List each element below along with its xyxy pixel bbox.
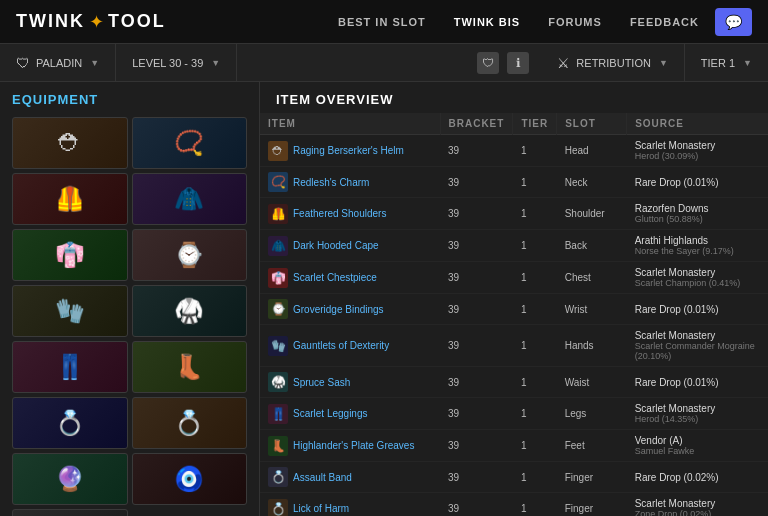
item-source-6: Scarlet Monastery Scarlet Commander Mogr… <box>627 325 768 367</box>
table-row: 🧤 Gauntlets of Dexterity 39 1 Hands Scar… <box>260 325 768 367</box>
item-link-7[interactable]: Spruce Sash <box>293 377 350 388</box>
equip-slot-trinket1[interactable]: 🔮 <box>12 453 128 505</box>
level-selector[interactable]: LEVEL 30 - 39 ▼ <box>116 44 237 81</box>
level-chevron: ▼ <box>211 58 220 68</box>
slot-icon-finger2: 💍 <box>168 402 210 444</box>
item-bracket-4: 39 <box>440 262 513 294</box>
item-tier-7: 1 <box>513 367 557 398</box>
item-link-2[interactable]: Feathered Shoulders <box>293 208 386 219</box>
item-name-cell-10: 💍 Assault Band <box>260 462 440 493</box>
col-bracket-header: BRACKET <box>440 113 513 135</box>
item-link-1[interactable]: Redlesh's Charm <box>293 177 369 188</box>
equipment-title: EQUIPMENT <box>0 82 259 113</box>
item-source-9: Vendor (A) Samuel Fawke <box>627 430 768 462</box>
item-link-11[interactable]: Lick of Harm <box>293 503 349 514</box>
class-label: PALADIN <box>36 57 82 69</box>
slot-icon-back: 🧥 <box>168 178 210 220</box>
slot-icon-helm: ⛑ <box>49 122 91 164</box>
item-icon-6: 🧤 <box>268 336 288 356</box>
toolbar: 🛡 PALADIN ▼ LEVEL 30 - 39 ▼ 🛡 ℹ ⚔ RETRIB… <box>0 44 768 82</box>
item-link-8[interactable]: Scarlet Leggings <box>293 408 368 419</box>
item-icon-5: ⌚ <box>268 299 288 319</box>
item-slot-9: Feet <box>557 430 627 462</box>
item-slot-10: Finger <box>557 462 627 493</box>
item-link-6[interactable]: Gauntlets of Dexterity <box>293 340 389 351</box>
equip-slot-waist[interactable]: 🥋 <box>132 285 248 337</box>
item-link-4[interactable]: Scarlet Chestpiece <box>293 272 377 283</box>
info-icon[interactable]: ℹ <box>507 52 529 74</box>
equip-slot-finger2[interactable]: 💍 <box>132 397 248 449</box>
nav-best-in-slot[interactable]: BEST IN SLOT <box>326 10 438 34</box>
table-row: 👢 Highlander's Plate Greaves 39 1 Feet V… <box>260 430 768 462</box>
protection-icon[interactable]: 🛡 <box>477 52 499 74</box>
equip-slot-neck[interactable]: 📿 <box>132 117 248 169</box>
item-slot-1: Neck <box>557 167 627 198</box>
item-name-cell-11: 💍 Lick of Harm <box>260 493 440 517</box>
item-icon-1: 📿 <box>268 172 288 192</box>
col-slot-header: SLOT <box>557 113 627 135</box>
item-icon-11: 💍 <box>268 499 288 517</box>
item-tier-3: 1 <box>513 230 557 262</box>
discord-button[interactable]: 💬 <box>715 8 752 36</box>
equip-slot-helm[interactable]: ⛑ <box>12 117 128 169</box>
class-selector[interactable]: 🛡 PALADIN ▼ <box>0 44 116 81</box>
item-source-4: Scarlet Monastery Scarlet Champion (0.41… <box>627 262 768 294</box>
item-tier-6: 1 <box>513 325 557 367</box>
slot-icon-trinket2: 🧿 <box>168 458 210 500</box>
nav-twink-bis[interactable]: TWINK BIS <box>442 10 532 34</box>
item-slot-8: Legs <box>557 398 627 430</box>
item-icon-0: ⛑ <box>268 141 288 161</box>
item-slot-3: Back <box>557 230 627 262</box>
equip-slot-legs[interactable]: 👖 <box>12 341 128 393</box>
equip-slot-trinket2[interactable]: 🧿 <box>132 453 248 505</box>
item-overview-title: ITEM OVERVIEW <box>260 82 768 113</box>
item-link-3[interactable]: Dark Hooded Cape <box>293 240 379 251</box>
item-bracket-10: 39 <box>440 462 513 493</box>
tier-chevron: ▼ <box>743 58 752 68</box>
item-table: ITEM BRACKET TIER SLOT SOURCE ⛑ Raging B… <box>260 113 768 516</box>
nav-forums[interactable]: FORUMS <box>536 10 614 34</box>
item-tier-9: 1 <box>513 430 557 462</box>
logo-text: TWINK <box>16 11 85 32</box>
toolbar-icons: 🛡 ℹ <box>465 52 541 74</box>
table-row: 💍 Assault Band 39 1 Finger Rare Drop (0.… <box>260 462 768 493</box>
table-body: ⛑ Raging Berserker's Helm 39 1 Head Scar… <box>260 135 768 517</box>
item-tier-2: 1 <box>513 198 557 230</box>
slot-icon-feet: 👢 <box>168 346 210 388</box>
item-link-0[interactable]: Raging Berserker's Helm <box>293 145 404 156</box>
equip-slot-chest[interactable]: 👘 <box>12 229 128 281</box>
equip-slot-hands[interactable]: 🧤 <box>12 285 128 337</box>
spec-selector[interactable]: ⚔ RETRIBUTION ▼ <box>541 44 684 81</box>
equip-slot-wrist[interactable]: ⌚ <box>132 229 248 281</box>
slot-icon-legs: 👖 <box>49 346 91 388</box>
item-link-5[interactable]: Groveridge Bindings <box>293 304 384 315</box>
table-row: 🧥 Dark Hooded Cape 39 1 Back Arathi High… <box>260 230 768 262</box>
item-icon-2: 🦺 <box>268 204 288 224</box>
item-tier-1: 1 <box>513 167 557 198</box>
item-slot-7: Waist <box>557 367 627 398</box>
item-slot-4: Chest <box>557 262 627 294</box>
equip-slot-feet[interactable]: 👢 <box>132 341 248 393</box>
item-source-5: Rare Drop (0.01%) <box>627 294 768 325</box>
equip-slot-shoulder[interactable]: 🦺 <box>12 173 128 225</box>
item-bracket-0: 39 <box>440 135 513 167</box>
equip-slot-weapon[interactable]: ⚔ <box>12 509 128 516</box>
item-bracket-6: 39 <box>440 325 513 367</box>
item-tier-11: 1 <box>513 493 557 517</box>
tier-selector[interactable]: TIER 1 ▼ <box>685 44 768 81</box>
item-tier-8: 1 <box>513 398 557 430</box>
item-name-cell-6: 🧤 Gauntlets of Dexterity <box>260 325 440 367</box>
item-link-10[interactable]: Assault Band <box>293 472 352 483</box>
equip-slot-finger1[interactable]: 💍 <box>12 397 128 449</box>
item-slot-5: Wrist <box>557 294 627 325</box>
item-name-cell-3: 🧥 Dark Hooded Cape <box>260 230 440 262</box>
equip-slot-back[interactable]: 🧥 <box>132 173 248 225</box>
item-name-cell-8: 👖 Scarlet Leggings <box>260 398 440 430</box>
item-link-9[interactable]: Highlander's Plate Greaves <box>293 440 414 451</box>
nav-feedback[interactable]: FEEDBACK <box>618 10 711 34</box>
item-bracket-11: 39 <box>440 493 513 517</box>
item-bracket-9: 39 <box>440 430 513 462</box>
table-row: 👘 Scarlet Chestpiece 39 1 Chest Scarlet … <box>260 262 768 294</box>
item-slot-0: Head <box>557 135 627 167</box>
table-row: 🦺 Feathered Shoulders 39 1 Shoulder Razo… <box>260 198 768 230</box>
